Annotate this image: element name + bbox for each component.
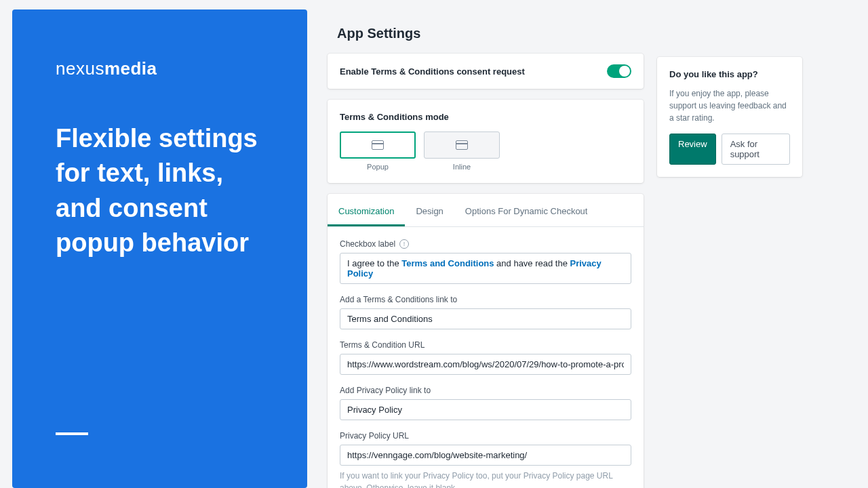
page-title: App Settings xyxy=(337,26,644,41)
hero-underline xyxy=(56,432,88,435)
mode-caption-popup: Popup xyxy=(340,163,416,171)
info-icon[interactable]: ! xyxy=(399,239,409,249)
brand-part2: media xyxy=(104,58,157,79)
customization-card: Customization Design Options For Dynamic… xyxy=(328,194,644,488)
hero-heading: Flexible settings for text, links, and c… xyxy=(56,121,264,260)
feedback-text: If you enjoy the app, please support us … xyxy=(669,87,790,124)
tc-link-input[interactable] xyxy=(340,308,631,329)
support-button[interactable]: Ask for support xyxy=(722,134,790,165)
tc-url-input[interactable] xyxy=(340,354,631,375)
enable-label: Enable Terms & Conditions consent reques… xyxy=(340,66,525,77)
mode-caption-inline: Inline xyxy=(424,163,500,171)
brand-logo: nexusmedia xyxy=(56,58,264,79)
review-button[interactable]: Review xyxy=(669,134,716,165)
tabs: Customization Design Options For Dynamic… xyxy=(328,194,644,227)
popup-icon xyxy=(340,131,416,159)
terms-link: Terms and Conditions xyxy=(401,258,494,268)
pp-helper-text: If you want to link your Privacy Policy … xyxy=(340,470,631,488)
mode-card: Terms & Conditions mode Popup Inline xyxy=(328,100,644,183)
brand-part1: nexus xyxy=(56,58,104,79)
enable-toggle[interactable] xyxy=(607,64,631,78)
checkbox-label-title: Checkbox label ! xyxy=(340,239,631,249)
hero-panel: nexusmedia Flexible settings for text, l… xyxy=(12,9,307,488)
pp-url-label: Privacy Policy URL xyxy=(340,431,631,441)
pp-link-input[interactable] xyxy=(340,399,631,420)
enable-card: Enable Terms & Conditions consent reques… xyxy=(328,54,644,89)
feedback-title: Do you like this app? xyxy=(669,69,790,79)
pp-url-input[interactable] xyxy=(340,445,631,466)
tc-link-label: Add a Terms & Conditions link to xyxy=(340,295,631,304)
mode-option-inline[interactable]: Inline xyxy=(424,131,500,171)
mode-option-popup[interactable]: Popup xyxy=(340,131,416,171)
tc-url-label: Terms & Condition URL xyxy=(340,340,631,350)
checkbox-label-input[interactable]: I agree to the Terms and Conditions and … xyxy=(340,253,631,284)
tab-design[interactable]: Design xyxy=(405,197,454,226)
mode-title: Terms & Conditions mode xyxy=(340,112,631,122)
tab-customization[interactable]: Customization xyxy=(328,197,405,226)
feedback-card: Do you like this app? If you enjoy the a… xyxy=(657,57,802,177)
inline-icon xyxy=(424,131,500,159)
pp-link-label: Add Privacy Policy link to xyxy=(340,386,631,395)
tab-dynamic-checkout[interactable]: Options For Dynamic Checkout xyxy=(454,197,599,226)
